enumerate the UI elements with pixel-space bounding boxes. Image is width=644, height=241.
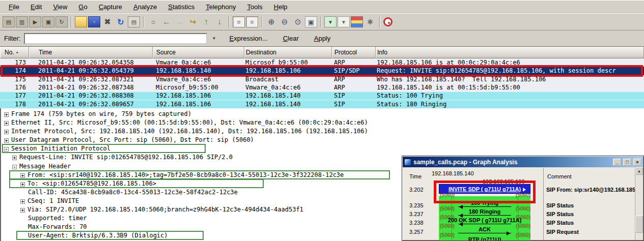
cell-info: 192.168.185.106 is at 00:0c:29:0a:4c:e6 — [376, 59, 644, 66]
menu-tools[interactable]: Tools — [243, 2, 267, 12]
menu-statistics[interactable]: Statistics — [163, 2, 199, 12]
packet-list-header: No. ▾ Time Source Destination Protocol I… — [0, 47, 644, 58]
zoom-out-icon[interactable]: ⊖ — [278, 16, 291, 27]
packet-row-173[interactable]: 173 2011-04-21 09:26:32.054358 Vmware_0a… — [0, 58, 644, 67]
menu-analyze[interactable]: Analyze — [129, 2, 161, 12]
graph-message-180-ringing[interactable]: 180 Ringing — [439, 208, 530, 215]
menu-telephony[interactable]: Telephony — [201, 2, 240, 12]
capture-filter-icon[interactable]: ▼ — [324, 16, 337, 27]
column-header-protocol[interactable]: Protocol — [332, 47, 376, 58]
graph-column-time: Time — [409, 173, 422, 179]
menu-edit[interactable]: Edit — [26, 2, 46, 12]
toolbar-separator — [229, 16, 230, 27]
expand-icon[interactable] — [12, 156, 17, 160]
expand-icon[interactable] — [20, 173, 25, 178]
graph-message-invite[interactable]: INVITE SDP ( g711U g711A) — [439, 184, 530, 194]
menu-go[interactable]: Go — [74, 2, 92, 12]
filter-input[interactable] — [24, 33, 207, 44]
capture-options-icon[interactable]: ▥ — [16, 16, 28, 27]
resize-columns-icon[interactable]: ▣ — [305, 16, 317, 27]
expand-icon[interactable] — [20, 208, 25, 213]
capture-restart-icon[interactable]: ↻ — [55, 16, 68, 27]
cell-time: 2011-04-21 09:26:32.088308 — [29, 92, 153, 99]
cell-protocol: SIP — [332, 101, 376, 108]
expand-icon[interactable] — [4, 138, 9, 143]
detail-frame[interactable]: Frame 174 (759 bytes on wire, 759 bytes … — [1, 110, 644, 118]
expand-icon[interactable] — [4, 130, 9, 134]
menu-file[interactable]: File — [4, 2, 24, 12]
menu-view[interactable]: View — [48, 2, 72, 12]
clear-button[interactable]: Clear — [279, 33, 303, 44]
column-header-info[interactable]: Info — [376, 47, 644, 58]
preferences-icon[interactable]: ✱ — [364, 16, 376, 27]
expand-icon[interactable] — [4, 121, 9, 126]
expand-icon[interactable] — [20, 199, 25, 204]
column-header-source[interactable]: Source — [153, 47, 244, 58]
go-forward-icon[interactable]: → — [174, 16, 186, 27]
packet-row-174-selected[interactable]: 174 2011-04-21 09:26:32.054379 192.168.1… — [0, 67, 644, 75]
menu-capture[interactable]: Capture — [94, 2, 127, 12]
help-icon[interactable] — [383, 17, 393, 26]
graph-message-ack[interactable]: ACK — [439, 226, 530, 232]
graph-message-rtp-partial[interactable]: RTP (g711U) — [439, 236, 530, 241]
detail-ip[interactable]: Internet Protocol, Src: 192.168.185.140 … — [1, 127, 644, 136]
detail-udp[interactable]: User Datagram Protocol, Src Port: sip (5… — [1, 136, 644, 144]
collapse-icon[interactable] — [4, 147, 9, 152]
cell-protocol: ARP — [332, 59, 376, 66]
graph-message-100-trying[interactable]: 100 Trying — [439, 200, 530, 206]
scrollbar-thumb[interactable] — [635, 216, 643, 233]
detail-ethernet[interactable]: Ethernet II, Src: Microsof_b9:55:00 (00:… — [1, 118, 644, 127]
zoom-in-icon[interactable]: ⊕ — [265, 16, 277, 27]
expand-icon[interactable] — [20, 182, 25, 187]
packet-row-178[interactable]: 178 2011-04-21 09:26:32.089657 192.168.1… — [0, 100, 644, 108]
cell-protocol: SIP — [332, 92, 376, 99]
autoscroll-icon[interactable]: ≡ — [246, 16, 258, 27]
minimize-button[interactable]: _ — [613, 159, 621, 166]
go-to-packet-icon[interactable]: ↪ — [187, 16, 199, 27]
go-back-icon[interactable]: ← — [160, 16, 173, 27]
open-file-icon[interactable] — [75, 16, 87, 27]
close-button[interactable]: × — [633, 159, 641, 166]
packet-row-176[interactable]: 176 2011-04-21 09:26:32.087348 Microsof_… — [0, 83, 644, 92]
menu-help[interactable]: Help — [269, 2, 292, 12]
detail-text: Frame 174 (759 bytes on wire, 759 bytes … — [11, 110, 191, 117]
cell-info: 192.168.185.140 is at 00:15:5d:b9:55:00 — [376, 84, 644, 91]
print-icon[interactable]: ▤ — [128, 16, 140, 27]
toolbar-separator — [261, 16, 262, 27]
detail-text: User-Agent: Brktsip/6.3.3B9 (Dialogic) — [28, 232, 168, 239]
cell-source: Vmware_0a:4c:e6 — [153, 59, 244, 66]
detail-text: Via: SIP/2.0/UDP 192.168.185.140:5060;br… — [27, 206, 303, 213]
interfaces-icon[interactable]: ▤ — [3, 16, 15, 27]
column-header-destination[interactable]: Destination — [244, 47, 332, 58]
find-packet-icon[interactable]: ○ — [147, 16, 159, 27]
go-top-icon[interactable]: ↑ — [200, 16, 212, 27]
reload-icon[interactable]: ↻ — [115, 16, 127, 27]
maximize-button[interactable]: □ — [623, 159, 631, 166]
scrollbar-up-icon[interactable]: ▲ — [635, 167, 643, 175]
zoom-100-icon[interactable]: ⊙ — [292, 16, 304, 27]
go-bottom-icon[interactable]: ↓ — [213, 16, 226, 27]
graph-message-200-ok[interactable]: 200 OK SDP ( g711U g711A) — [439, 217, 530, 223]
capture-start-icon[interactable]: ▶ — [29, 16, 41, 27]
column-header-no[interactable]: No. ▾ — [0, 47, 29, 58]
colorize-list-icon[interactable]: ≡ — [233, 16, 245, 27]
column-header-time[interactable]: Time — [29, 47, 153, 58]
graph-scrollbar[interactable]: ▲ — [635, 167, 643, 240]
filter-dropdown-icon[interactable]: ▼ — [210, 34, 218, 43]
coloring-rules-icon[interactable] — [351, 16, 363, 27]
capture-stop-icon[interactable]: ▣ — [42, 16, 54, 27]
expression-button[interactable]: Expression... — [226, 33, 272, 44]
save-file-icon[interactable]: ▫ — [88, 16, 100, 27]
close-file-icon[interactable]: ✖ — [101, 16, 114, 27]
detail-sip[interactable]: Session Initiation Protocol — [1, 144, 644, 153]
filter-bar: Filter: ▼ Expression... Clear Apply — [0, 31, 644, 47]
detail-text: Ethernet II, Src: Microsof_b9:55:00 (00:… — [11, 119, 368, 126]
display-filter-icon[interactable]: ▼ — [338, 16, 350, 27]
apply-button[interactable]: Apply — [310, 33, 335, 44]
collapse-icon[interactable] — [12, 165, 17, 169]
packet-row-177[interactable]: 177 2011-04-21 09:26:32.088308 192.168.1… — [0, 92, 644, 100]
graph-window-titlebar[interactable]: sample_calls.pcap - Graph Analysis _ □ × — [403, 157, 643, 167]
graph-row-time: 3.257 — [409, 229, 424, 235]
expand-icon[interactable] — [4, 112, 9, 117]
packet-row-175[interactable]: 175 2011-04-21 09:26:32.087321 Vmware_0a… — [0, 75, 644, 83]
